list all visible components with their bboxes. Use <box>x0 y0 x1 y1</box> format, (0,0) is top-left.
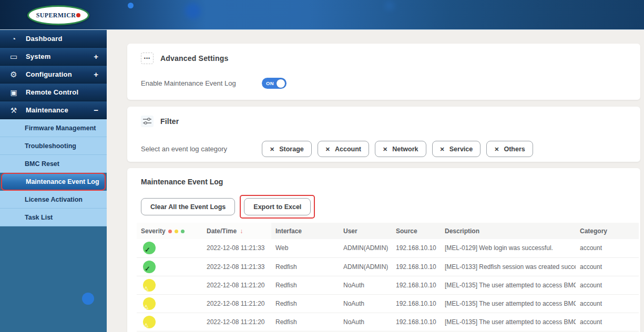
sidebar-background <box>0 226 107 332</box>
expand-collapse-icon[interactable]: − <box>94 106 98 114</box>
cell-category: account <box>576 313 639 331</box>
advanced-settings-title: Advanced Settings <box>160 54 228 63</box>
filter-chip[interactable]: Storage <box>262 141 312 157</box>
col-interface[interactable]: Interface <box>271 223 339 239</box>
sidebar-item-remote-control[interactable]: Remote Control <box>0 84 107 101</box>
cell-user: NoAuth <box>339 294 392 313</box>
col-label: Date/Time <box>207 227 237 235</box>
cell-datetime: 2022-12-08 11:21:33 <box>202 257 271 276</box>
cell-source: 192.168.10.10 <box>392 257 441 276</box>
cell-category: account <box>576 276 639 294</box>
chip-label: Storage <box>279 146 304 153</box>
cell-user: ADMIN(ADMIN) <box>339 239 392 257</box>
toggle-knob <box>277 79 285 88</box>
app-header: SUPERMICR <box>0 0 644 30</box>
submenu-item-label: Maintenance Event Log <box>26 178 99 185</box>
remove-chip-icon[interactable] <box>383 146 387 153</box>
cell-category: account <box>576 257 639 276</box>
severity-icon <box>143 261 156 273</box>
filter-chip[interactable]: Account <box>318 141 369 157</box>
remove-chip-icon[interactable] <box>440 146 445 153</box>
sort-descending-icon[interactable]: ↓ <box>240 227 243 235</box>
cell-user: ADMIN(ADMIN) <box>339 257 392 276</box>
cell-description: [MEL-0135] The user attempted to access … <box>441 276 576 294</box>
submenu-item-label: License Activation <box>25 196 83 203</box>
submenu-item-license-activation[interactable]: License Activation <box>0 191 107 209</box>
submenu-item-bmc-reset[interactable]: BMC Reset <box>0 155 107 173</box>
col-label: Category <box>580 227 607 235</box>
event-log-row[interactable]: 2022-12-08 11:21:20 Redfish NoAuth 192.1… <box>137 276 639 294</box>
severity-icon <box>143 242 156 254</box>
col-user[interactable]: User <box>339 223 392 239</box>
remove-chip-icon[interactable] <box>270 146 274 153</box>
cell-category: account <box>576 239 639 257</box>
toggle-state-text: ON <box>266 80 274 86</box>
col-category[interactable]: Category <box>576 223 639 239</box>
chip-label: Network <box>392 146 418 153</box>
cell-user: NoAuth <box>339 313 392 331</box>
col-severity[interactable]: Severity <box>137 223 202 239</box>
maintenance-log-toggle[interactable]: ON <box>262 78 287 89</box>
event-log-panel: Maintenance Event Log Clear All the Even… <box>127 168 640 332</box>
event-log-row[interactable]: 2022-12-08 11:21:33 Redfish ADMIN(ADMIN)… <box>137 257 639 276</box>
toggle-label: Enable Maintenance Event Log <box>141 79 249 87</box>
submenu-item-label: BMC Reset <box>25 160 59 168</box>
submenu-item-maintenance-event-log[interactable]: Maintenance Event Log <box>1 173 106 191</box>
filter-chip[interactable]: Others <box>486 141 533 157</box>
filter-panel: Filter Select an event log category Stor… <box>127 107 640 162</box>
cell-interface: Redfish <box>271 257 339 276</box>
event-log-row[interactable]: 2022-12-08 11:21:20 Redfish NoAuth 192.1… <box>137 313 639 331</box>
cell-interface: Redfish <box>271 294 339 313</box>
severity-legend-yellow-icon <box>175 230 178 233</box>
submenu-item-task-list[interactable]: Task List <box>0 209 107 226</box>
remove-chip-icon[interactable] <box>325 146 330 153</box>
sidebar-nav: Dashboard System + Configuration + Remot… <box>0 30 107 332</box>
decorative-blur-dot <box>185 3 201 19</box>
sidebar-item-maintenance[interactable]: Maintenance − <box>0 101 107 119</box>
sidebar-item-label: Configuration <box>26 70 94 78</box>
clear-logs-button[interactable]: Clear All the Event Logs <box>141 198 235 215</box>
sidebar-item-configuration[interactable]: Configuration + <box>0 66 107 84</box>
sidebar-item-icon <box>8 35 19 43</box>
col-label: Interface <box>275 227 302 235</box>
export-excel-button[interactable]: Export to Excel <box>244 198 311 215</box>
event-log-row[interactable]: 2022-12-08 11:21:33 Web ADMIN(ADMIN) 192… <box>137 239 639 257</box>
cell-user: NoAuth <box>339 276 392 294</box>
event-log-row[interactable]: 2022-12-08 11:21:20 Redfish NoAuth 192.1… <box>137 294 639 313</box>
filter-category-label: Select an event log category <box>141 145 249 153</box>
severity-icon <box>143 316 156 328</box>
cell-datetime: 2022-12-08 11:21:33 <box>202 239 271 257</box>
expand-collapse-icon[interactable]: + <box>94 70 98 78</box>
filter-chip[interactable]: Service <box>432 141 481 157</box>
cell-source: 192.168.10.10 <box>392 313 441 331</box>
decorative-dot <box>82 293 94 305</box>
col-label: User <box>343 227 357 235</box>
expand-collapse-icon[interactable]: + <box>94 53 98 60</box>
cell-source: 192.168.10.10 <box>392 276 441 294</box>
filter-chip[interactable]: Network <box>375 141 426 157</box>
cell-interface: Redfish <box>271 313 339 331</box>
logo-text: SUPERMICR <box>36 12 76 19</box>
submenu-item-label: Task List <box>25 214 53 221</box>
sidebar-item-dashboard[interactable]: Dashboard <box>0 30 107 48</box>
submenu-item-firmware-management[interactable]: Firmware Management <box>0 119 107 137</box>
remove-chip-icon[interactable] <box>494 146 499 153</box>
filter-chips: Storage Account Network Service <box>262 141 533 157</box>
filter-title: Filter <box>160 117 179 126</box>
chip-label: Service <box>449 146 473 153</box>
col-description[interactable]: Description <box>441 223 576 239</box>
col-label: Description <box>445 227 479 235</box>
logo-red-dot-icon <box>76 13 80 17</box>
sidebar-item-icon <box>8 70 19 79</box>
table-header-row: Severity Date/Time↓ Interface User Sourc… <box>137 223 639 239</box>
advanced-settings-panel: Advanced Settings Enable Maintenance Eve… <box>127 44 640 100</box>
sidebar-item-icon <box>8 106 19 115</box>
sidebar-item-system[interactable]: System + <box>0 48 107 66</box>
submenu-item-label: Firmware Management <box>25 124 96 132</box>
main-content: Advanced Settings Enable Maintenance Eve… <box>107 30 644 332</box>
col-source[interactable]: Source <box>392 223 441 239</box>
col-datetime[interactable]: Date/Time↓ <box>202 223 271 239</box>
cell-datetime: 2022-12-08 11:21:20 <box>202 294 271 313</box>
submenu-item-troubleshooting[interactable]: Troubleshooting <box>0 137 107 155</box>
cell-source: 192.168.10.10 <box>392 239 441 257</box>
